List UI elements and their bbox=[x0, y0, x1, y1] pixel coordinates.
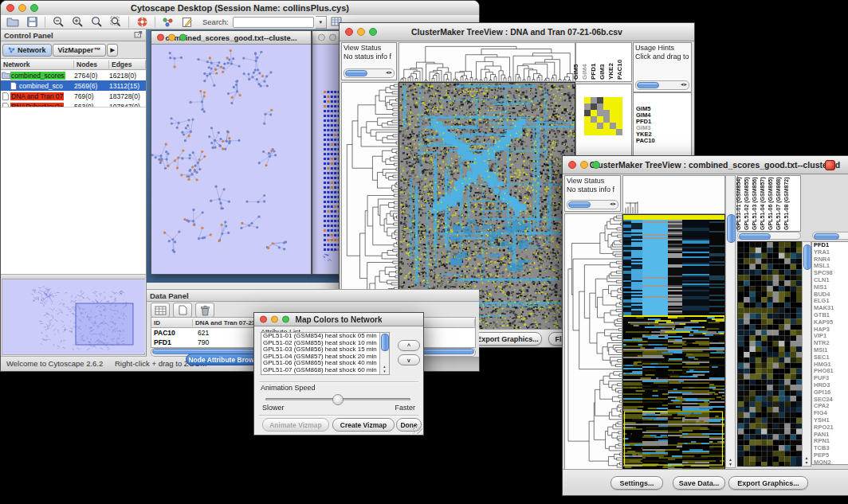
minimize-button[interactable] bbox=[329, 34, 336, 41]
zoom-button[interactable] bbox=[30, 4, 38, 12]
zoom-out-icon[interactable] bbox=[49, 16, 67, 29]
network-view-window[interactable]: combined_scores_good.txt--cluste... bbox=[151, 30, 312, 275]
birdseye-view-canvas[interactable] bbox=[2, 279, 145, 353]
scroll-arrows-icon[interactable]: ◂▸ bbox=[386, 69, 393, 76]
new-attribute-icon[interactable] bbox=[173, 303, 192, 318]
heatmap-column-label[interactable]: GIM3 bbox=[599, 64, 606, 80]
heatmap-column-label[interactable]: PAC10 bbox=[616, 60, 623, 80]
minimize-button[interactable] bbox=[357, 28, 365, 36]
heatmap-column-label[interactable]: GIM5 bbox=[572, 64, 579, 80]
export-graphics-button[interactable]: Export Graphics... bbox=[728, 476, 808, 490]
scrollbar-thumb[interactable] bbox=[381, 334, 389, 351]
close-button[interactable] bbox=[6, 4, 14, 12]
minimize-button[interactable] bbox=[580, 161, 588, 169]
scroll-arrows-icon[interactable]: ▴▾ bbox=[380, 364, 389, 373]
zoom-in-icon[interactable] bbox=[69, 16, 86, 29]
network-list-row[interactable]: combined_sco2569(6)13112(15) bbox=[1, 80, 146, 91]
heatmap-column-label[interactable]: GPL51-01 (GSM854) bbox=[736, 177, 741, 230]
column-labels-scrollbar[interactable] bbox=[737, 232, 801, 240]
open-file-icon[interactable] bbox=[4, 16, 22, 29]
move-down-button[interactable]: v bbox=[398, 354, 420, 365]
scrollbar-thumb[interactable] bbox=[637, 82, 659, 88]
tab-overflow-button[interactable]: ▶ bbox=[107, 44, 117, 57]
heatmap-column-label[interactable]: GPL51-03 (GSM856) bbox=[752, 177, 757, 230]
close-button[interactable] bbox=[318, 34, 325, 41]
usage-hints-scrollbar[interactable]: ◂▸ bbox=[635, 80, 689, 90]
zoom-button[interactable] bbox=[282, 316, 289, 323]
heatmap-column-label[interactable]: GIM4 bbox=[581, 64, 588, 80]
minimize-button[interactable] bbox=[168, 34, 175, 41]
treeview-combined-titlebar[interactable]: ClusterMaker TreeView : combined_scores_… bbox=[563, 156, 848, 174]
row-dendrogram-canvas[interactable] bbox=[564, 213, 622, 470]
save-icon[interactable] bbox=[23, 16, 41, 29]
scrollbar-thumb[interactable] bbox=[345, 70, 367, 76]
zoom-vertical-scrollbar[interactable]: ▴▾ bbox=[802, 241, 811, 467]
attribute-table-icon[interactable] bbox=[151, 303, 170, 318]
network-list-row[interactable]: DNA and Tran 07769(0)183728(0) bbox=[1, 91, 146, 101]
annotation-icon[interactable] bbox=[179, 16, 196, 29]
close-button[interactable] bbox=[260, 316, 267, 323]
help-lifering-icon[interactable] bbox=[133, 16, 151, 29]
resize-grip[interactable] bbox=[413, 424, 422, 434]
animate-vizmap-button[interactable]: Animate Vizmap bbox=[262, 418, 329, 432]
attribute-list-item[interactable]: GPL51-07 (GSM868) heat shock 60 min bbox=[261, 367, 389, 374]
save-data-button[interactable]: Save Data... bbox=[673, 476, 725, 490]
main-titlebar[interactable]: Cytoscape Desktop (Session Name: collins… bbox=[1, 1, 479, 16]
heatmap-column-label[interactable]: GPL51-06 (GSM865) bbox=[768, 177, 773, 230]
float-panel-icon[interactable] bbox=[134, 30, 143, 40]
close-button[interactable] bbox=[345, 28, 353, 36]
minimize-button[interactable] bbox=[18, 4, 26, 12]
export-graphics-button[interactable]: Export Graphics... bbox=[473, 332, 542, 346]
zoom-heatmap-canvas[interactable] bbox=[737, 241, 803, 467]
zoom-button[interactable] bbox=[369, 28, 377, 36]
scrollbar-thumb[interactable] bbox=[814, 233, 839, 240]
heatmap-column-label[interactable]: YKE2 bbox=[607, 63, 614, 80]
heatmap-column-label[interactable]: PFD1 bbox=[590, 64, 597, 80]
scroll-arrows-icon[interactable]: ▴▾ bbox=[726, 457, 735, 467]
network-nodes-icon[interactable] bbox=[159, 16, 177, 29]
tab-vizmapper[interactable]: VizMapper™ bbox=[53, 44, 107, 57]
scrollbar-thumb[interactable] bbox=[739, 233, 771, 240]
gene-list-scrollbar[interactable] bbox=[812, 232, 848, 240]
heatmap-row-label[interactable]: PAC10 bbox=[636, 138, 655, 144]
network-view-canvas[interactable] bbox=[151, 45, 309, 273]
animation-speed-slider[interactable] bbox=[265, 398, 410, 400]
tab-network[interactable]: Network bbox=[2, 44, 52, 57]
heatmap-column-label[interactable]: GPL51-02 (GSM855) bbox=[744, 177, 749, 230]
slider-thumb[interactable] bbox=[332, 394, 344, 405]
network-list-row[interactable]: combined_scores2764(0)16218(0) bbox=[1, 70, 146, 80]
zoom-button[interactable] bbox=[592, 161, 600, 169]
view-status-scrollbar[interactable]: ◂▸ bbox=[567, 200, 618, 209]
column-nodes[interactable]: Nodes bbox=[74, 61, 109, 68]
move-up-button[interactable]: ^ bbox=[398, 340, 420, 351]
scroll-arrows-icon[interactable]: ◂▸ bbox=[681, 81, 688, 88]
similarity-matrix[interactable] bbox=[584, 97, 622, 135]
zoom-fit-icon[interactable] bbox=[88, 16, 105, 29]
settings-button[interactable]: Settings... bbox=[610, 476, 663, 490]
attribute-list-scrollbar[interactable]: ▴▾ bbox=[379, 333, 389, 374]
heatmap-column-label[interactable]: GPL51-08 (GSM872) bbox=[783, 177, 789, 230]
heatmap-column-label[interactable]: GPL51-04 (GSM857) bbox=[760, 177, 765, 230]
zoom-button[interactable] bbox=[179, 34, 186, 41]
column-network[interactable]: Network bbox=[1, 61, 74, 68]
scrollbar-thumb[interactable] bbox=[568, 201, 591, 208]
search-dropdown-button[interactable]: ▾ bbox=[316, 16, 327, 29]
search-input[interactable] bbox=[233, 17, 314, 28]
gene-label[interactable]: MON2 bbox=[812, 459, 848, 465]
treeview-dna-titlebar[interactable]: ClusterMaker TreeView : DNA and Tran 07-… bbox=[340, 23, 694, 41]
heatmap-column-label[interactable]: GPL51-07 (GSM868) bbox=[775, 177, 781, 230]
scrollbar-thumb[interactable] bbox=[727, 214, 736, 243]
scrollbar-thumb[interactable] bbox=[803, 244, 811, 270]
view-status-scrollbar[interactable]: ◂▸ bbox=[344, 68, 395, 78]
scroll-arrows-icon[interactable]: ▴▾ bbox=[803, 455, 811, 465]
column-id[interactable]: ID bbox=[151, 319, 193, 326]
column-dendrogram-canvas[interactable] bbox=[398, 42, 575, 82]
minimize-button[interactable] bbox=[271, 316, 278, 323]
column-edges[interactable]: Edges bbox=[109, 61, 146, 68]
zoom-selected-icon[interactable] bbox=[107, 16, 124, 29]
dialog-titlebar[interactable]: Map Colors to Network bbox=[254, 313, 423, 326]
delete-attribute-trash-icon[interactable] bbox=[195, 303, 214, 318]
network-view-titlebar[interactable]: combined_scores_good.txt--cluste... bbox=[151, 31, 311, 45]
heatmap-vertical-scrollbar[interactable]: ▴▾ bbox=[725, 175, 736, 468]
create-vizmap-button[interactable]: Create Vizmap bbox=[332, 418, 395, 432]
